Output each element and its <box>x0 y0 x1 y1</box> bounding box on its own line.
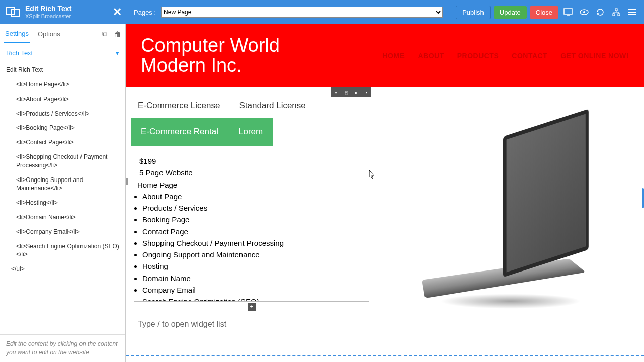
tool-icon[interactable]: ⎘ <box>345 89 348 95</box>
list-item: Company Email <box>142 284 364 296</box>
top-bar: Edit Rich Text XSplit Broadcaster ✕ Page… <box>0 0 644 24</box>
svg-rect-8 <box>618 14 620 16</box>
svg-point-5 <box>583 11 585 13</box>
content-row: ▪ ⎘ ▸ ▪ E-Commerce License Standard Lice… <box>126 87 644 349</box>
site-title-line2: Modern Inc. <box>141 56 280 76</box>
canvas: Computer World Modern Inc. HOME ABOUT PR… <box>126 24 644 362</box>
site-title: Computer World Modern Inc. <box>141 36 280 76</box>
sidebar: Settings Options ⧉ 🗑 Rich Text ▾ Edit Ri… <box>0 24 126 362</box>
topbar-actions: Publish Update Close <box>456 6 639 19</box>
list-item: Search Engine Optimization (SEO) <box>142 296 364 302</box>
nav-products[interactable]: PRODUCTS <box>457 52 499 60</box>
pages-select[interactable]: New Page <box>161 7 443 18</box>
copy-icon[interactable]: ⧉ <box>102 30 107 38</box>
list-item: Booking Page <box>142 214 364 225</box>
tool-icon[interactable]: ▪ <box>366 89 368 95</box>
list-item: Shopping Checkout / Payment Processing <box>142 237 364 249</box>
add-widget-button[interactable]: + <box>248 303 256 311</box>
menu-icon[interactable] <box>626 6 639 19</box>
list-item: Home Page <box>137 179 364 191</box>
list-item: Products / Services <box>142 202 364 214</box>
tab-lorem[interactable]: Lorem <box>228 118 273 146</box>
list-item: Contact Page <box>142 226 364 237</box>
nav-about[interactable]: ABOUT <box>418 52 444 60</box>
product-features-list: Home Page About Page Products / Services… <box>137 179 364 302</box>
nav-getonline[interactable]: GET ONLINE NOW! <box>560 52 629 60</box>
section-divider <box>126 355 644 356</box>
panel-header: Edit Rich Text XSplit Broadcaster ✕ <box>5 5 126 19</box>
product-line2: 5 Page Website <box>139 167 364 178</box>
product-tabs-row2: E-Commerce Rental Lorem <box>131 118 372 146</box>
code-line[interactable]: <li>About Page</li> <box>6 92 119 107</box>
code-line[interactable]: <li>Shopping Checkout / Payment Processi… <box>6 150 119 173</box>
code-editor[interactable]: <li>Home Page</li> <li>About Page</li> <… <box>0 77 125 334</box>
site-nav: HOME ABOUT PRODUCTS CONTACT GET ONLINE N… <box>382 52 629 60</box>
list-item: Ongoing Support and Maintenance <box>142 249 364 260</box>
scroll-indicator[interactable] <box>642 188 644 208</box>
svg-rect-1 <box>11 9 19 16</box>
close-panel-icon[interactable]: ✕ <box>109 6 126 19</box>
list-item: About Page <box>142 191 364 202</box>
tab-settings[interactable]: Settings <box>4 25 30 43</box>
desktop-icon[interactable] <box>561 6 575 19</box>
sitemap-icon[interactable] <box>610 6 623 19</box>
code-line[interactable]: <li>Booking Page</li> <box>6 121 119 135</box>
close-button[interactable]: Close <box>530 6 558 19</box>
code-line[interactable]: <li>Contact Page</li> <box>6 135 119 150</box>
svg-rect-7 <box>613 14 615 16</box>
code-line[interactable]: <li>Home Page</li> <box>6 77 119 92</box>
product-content-box[interactable]: $199 5 Page Website Home Page About Page… <box>134 151 369 302</box>
svg-rect-0 <box>6 7 14 14</box>
nav-home[interactable]: HOME <box>382 52 405 60</box>
tab-standard-license[interactable]: Standard License <box>239 101 305 111</box>
code-line[interactable]: <li>Domain Name</li> <box>6 210 119 225</box>
content-right <box>377 87 644 349</box>
widget-toolbar[interactable]: ▪ ⎘ ▸ ▪ <box>331 87 371 97</box>
tool-icon[interactable]: ▪ <box>335 89 337 95</box>
site-title-line1: Computer World <box>141 36 280 56</box>
widget-hint: Type / to open widget list <box>131 311 372 338</box>
pages-label: Pages : <box>134 9 156 16</box>
list-item: Hosting <box>142 260 364 272</box>
tab-ecommerce-license[interactable]: E-Commerce License <box>138 101 220 111</box>
chevron-down-icon: ▾ <box>116 49 119 57</box>
content-left: ▪ ⎘ ▸ ▪ E-Commerce License Standard Lice… <box>126 87 377 349</box>
code-line[interactable]: <li>Company Email</li> <box>6 225 119 239</box>
panel-title: Edit Rich Text <box>25 5 71 13</box>
sidebar-tabs: Settings Options ⧉ 🗑 <box>0 24 125 44</box>
tab-options[interactable]: Options <box>37 25 61 43</box>
code-line[interactable]: <li>Hosting</li> <box>6 196 119 210</box>
code-line[interactable]: </ul> <box>6 262 119 277</box>
trash-icon[interactable]: 🗑 <box>114 30 121 38</box>
svg-rect-6 <box>615 9 617 11</box>
rich-text-dropdown[interactable]: Rich Text ▾ <box>0 44 125 62</box>
tool-icon[interactable]: ▸ <box>355 89 358 95</box>
code-line[interactable]: <li>Ongoing Support and Maintenance</li> <box>6 173 119 196</box>
eye-icon[interactable] <box>578 6 591 19</box>
product-price: $199 <box>139 155 364 167</box>
laptop-image <box>425 123 596 314</box>
code-line[interactable]: <li>Products / Services</li> <box>6 107 119 121</box>
logo-icon <box>5 5 21 19</box>
edit-rich-text-label: Edit Rich Text <box>0 62 125 77</box>
refresh-icon[interactable] <box>594 6 607 19</box>
list-item: Domain Name <box>142 273 364 284</box>
code-line[interactable]: <li>Search Engine Optimization (SEO)</li… <box>6 239 119 262</box>
svg-rect-2 <box>564 9 572 14</box>
help-text: Edit the content by clicking on the cont… <box>0 334 125 362</box>
panel-subtitle: XSplit Broadcaster <box>25 13 71 19</box>
rich-text-label: Rich Text <box>6 49 33 57</box>
nav-contact[interactable]: CONTACT <box>512 52 547 60</box>
update-button[interactable]: Update <box>494 6 527 19</box>
site-header: Computer World Modern Inc. HOME ABOUT PR… <box>126 24 644 87</box>
resize-handle-left[interactable] <box>126 178 128 185</box>
publish-button[interactable]: Publish <box>456 6 491 19</box>
tab-ecommerce-rental[interactable]: E-Commerce Rental <box>131 118 228 146</box>
